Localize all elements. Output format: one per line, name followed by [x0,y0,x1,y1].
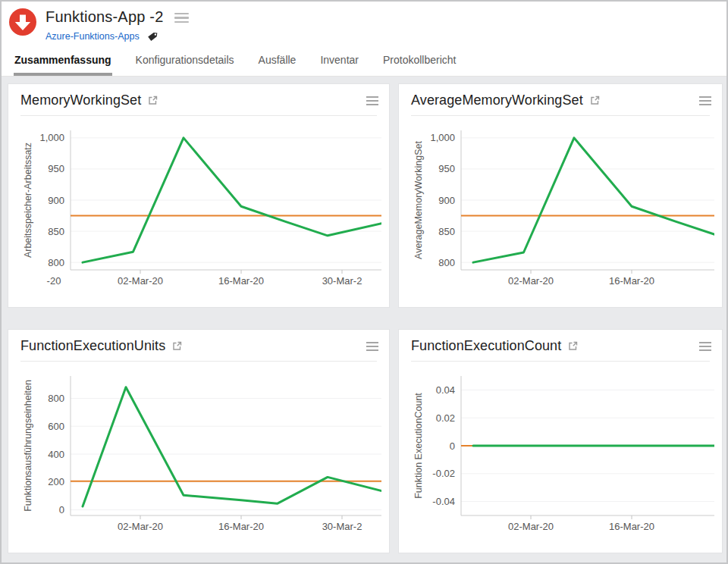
y-axis-label: Funktionsausführungseinheiten [23,380,33,512]
y-tick-label: 800 [48,393,64,404]
panel-menu-icon[interactable] [699,96,711,105]
y-axis-label: Arbeitsspeicher-Arbeitssatz [23,143,33,258]
x-tick-label: 02-Mar-20 [508,521,554,532]
tab-ausfälle[interactable]: Ausfälle [258,52,297,76]
app-window: Funktions-App -2 Azure-Funktions-Apps Zu… [0,0,728,564]
title-menu-icon[interactable] [174,11,189,24]
chart-title-averagememoryworkingset: AverageMemoryWorkingSet [411,92,583,108]
y-tick-label: 0 [450,440,455,452]
y-tick-label: 400 [48,449,64,460]
y-tick-label: 900 [438,195,455,206]
line-chart-functionexecutionunits: 02-Mar-2016-Mar-2030-Mar-20200400600800F… [20,367,381,545]
status-down-icon [9,8,36,36]
x-tick-label: 16-Mar-20 [609,275,654,287]
y-tick-label: 200 [48,476,64,487]
panel-functionexecutioncount: FunctionExecutionCount02-Mar-2016-Mar-20… [398,329,723,553]
x-tick-label: 02-Mar-20 [508,275,554,287]
x-tick-label: 02-Mar-20 [118,275,163,287]
x-tick-label: 02-Mar-20 [118,521,163,532]
y-tick-label: 800 [48,257,64,268]
panel-memoryworkingset: MemoryWorkingSet-2002-Mar-2016-Mar-2030-… [8,83,390,308]
y-tick-label: 600 [48,421,64,432]
line-chart-averagememoryworkingset: 02-Mar-2016-Mar-208008509009501,000Avera… [411,121,714,299]
tab-zusammenfassung[interactable]: Zusammenfassung [14,52,112,76]
y-tick-label: 850 [438,226,455,237]
panel-functionexecutionunits: FunctionExecutionUnits02-Mar-2016-Mar-20… [8,329,390,553]
breadcrumb-link[interactable]: Azure-Funktions-Apps [46,31,140,42]
y-tick-label: -0.02 [432,468,455,479]
chart-title-memoryworkingset: MemoryWorkingSet [20,92,141,108]
tab-bar: ZusammenfassungKonfigurationsdetailsAusf… [2,42,726,77]
open-external-icon[interactable] [568,341,578,351]
open-external-icon[interactable] [172,341,182,351]
y-tick-label: 950 [438,163,455,174]
tag-icon[interactable] [147,31,158,42]
tab-inventar[interactable]: Inventar [319,52,359,76]
y-tick-label: -0.04 [432,496,455,507]
panel-menu-icon[interactable] [699,342,711,351]
series-line-functionexecutionunits [83,387,381,506]
chart-title-functionexecutioncount: FunctionExecutionCount [411,338,561,354]
y-tick-label: 0.02 [436,412,455,424]
panel-menu-icon[interactable] [366,96,378,105]
chart-title-functionexecutionunits: FunctionExecutionUnits [20,338,165,354]
x-tick-label: 16-Mar-20 [609,521,654,532]
x-tick-label: -20 [47,275,61,287]
dashboard-grid: MemoryWorkingSet-2002-Mar-2016-Mar-2030-… [2,77,726,562]
open-external-icon[interactable] [148,96,158,105]
line-chart-memoryworkingset: -2002-Mar-2016-Mar-2030-Mar-280085090095… [20,121,381,299]
y-tick-label: 1,000 [39,132,64,143]
x-tick-label: 16-Mar-20 [218,521,264,532]
y-tick-label: 0 [59,504,64,515]
page-title: Funktions-App -2 [46,8,164,26]
x-tick-label: 30-Mar-2 [322,521,362,532]
y-tick-label: 1,000 [430,132,455,143]
y-tick-label: 900 [48,195,64,206]
x-tick-label: 30-Mar-2 [322,275,362,287]
y-tick-label: 950 [48,163,64,174]
y-axis-label: AverageMemoryWorkingSet [413,141,424,259]
panel-averagememoryworkingset: AverageMemoryWorkingSet02-Mar-2016-Mar-2… [398,83,723,308]
x-tick-label: 16-Mar-20 [218,275,264,287]
y-tick-label: 0.04 [436,384,455,396]
tab-konfigurationsdetails[interactable]: Konfigurationsdetails [135,52,235,76]
y-axis-label: Funktion ExecutionCount [413,393,424,499]
open-external-icon[interactable] [590,96,600,105]
panel-menu-icon[interactable] [366,342,378,351]
tab-protokollbericht[interactable]: Protokollbericht [382,52,457,76]
y-tick-label: 850 [48,226,64,237]
page-header: Funktions-App -2 Azure-Funktions-Apps Zu… [2,2,726,77]
y-tick-label: 800 [438,257,455,268]
line-chart-functionexecutioncount: 02-Mar-2016-Mar-20-0.04-0.0200.020.04Fun… [411,367,714,545]
